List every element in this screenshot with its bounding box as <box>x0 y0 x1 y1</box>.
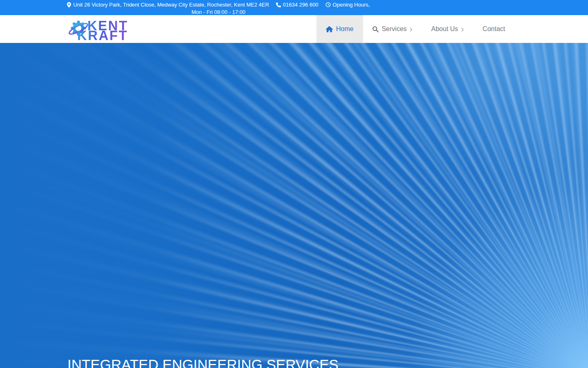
topbar-hours: Opening Hours, <box>325 1 370 9</box>
topbar-phone-text: 01634 296 600 <box>283 1 318 9</box>
phone-icon <box>276 2 281 7</box>
clock-icon <box>325 2 331 7</box>
main-nav: Home Services About Us Contact <box>316 15 514 43</box>
logo[interactable]: KENT KRAFT <box>67 15 128 43</box>
nav-item-home[interactable]: Home <box>316 15 363 43</box>
nav-label-home: Home <box>336 25 354 33</box>
nav-label-about-us: About Us <box>431 25 458 33</box>
chevron-right-icon <box>461 27 464 32</box>
nav-label-contact: Contact <box>483 25 505 33</box>
nav-item-contact[interactable]: Contact <box>473 15 514 43</box>
map-marker-icon <box>67 2 71 8</box>
chevron-right-icon <box>410 27 412 32</box>
nav-label-services: Services <box>382 25 407 33</box>
nav-item-about-us[interactable]: About Us <box>422 15 473 43</box>
topbar-content: Unit 26 Victory Park, Trident Close, Med… <box>53 0 384 16</box>
logo-line2: KRAFT <box>77 31 128 40</box>
topbar-hours-value: Mon - Fri 08:00 - 17:00 <box>53 9 384 16</box>
search-icon <box>372 26 379 32</box>
logo-text: KENT KRAFT <box>77 21 128 40</box>
home-icon <box>326 26 333 32</box>
topbar-address-text: Unit 26 Victory Park, Trident Close, Med… <box>73 1 269 9</box>
topbar-address: Unit 26 Victory Park, Trident Close, Med… <box>67 1 269 9</box>
topbar-hours-label: Opening Hours, <box>333 1 370 9</box>
topbar-phone: 01634 296 600 <box>276 1 318 9</box>
hero-heading: INTEGRATED ENGINEERING SERVICES <box>67 357 339 368</box>
hero-banner: INTEGRATED ENGINEERING SERVICES <box>0 43 588 368</box>
nav-item-services[interactable]: Services <box>363 15 422 43</box>
topbar: Unit 26 Victory Park, Trident Close, Med… <box>0 0 588 15</box>
navbar: KENT KRAFT Home Services <box>0 15 588 43</box>
